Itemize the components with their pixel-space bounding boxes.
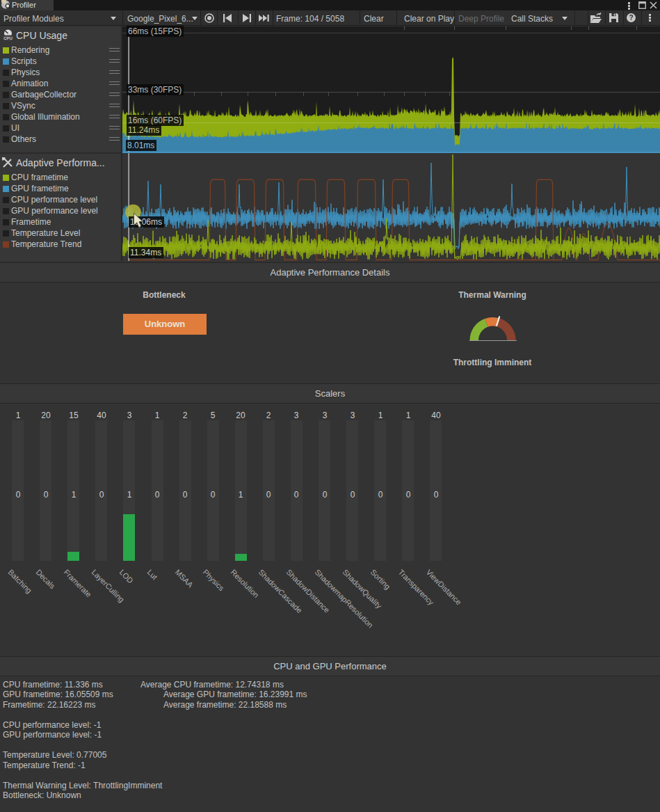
svg-text:CPU: CPU xyxy=(3,36,13,40)
